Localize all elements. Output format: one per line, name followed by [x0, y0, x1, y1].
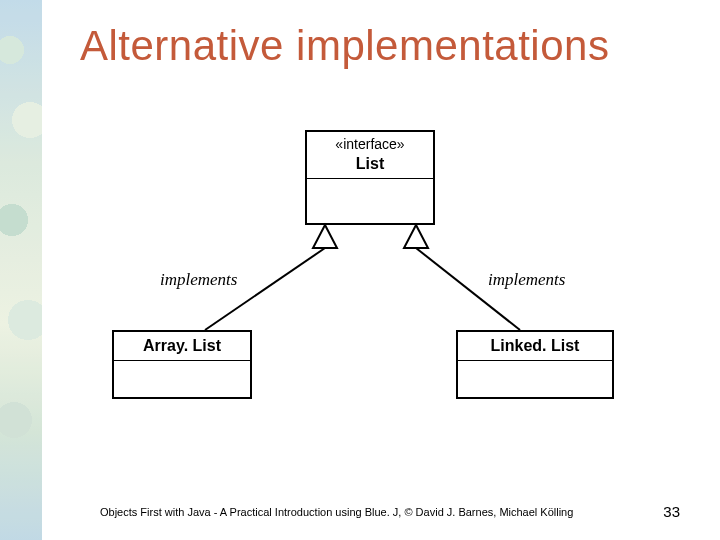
uml-box-header: Linked. List [458, 332, 612, 361]
uml-box-header: Array. List [114, 332, 250, 361]
class-name: Linked. List [491, 337, 580, 354]
slide-title: Alternative implementations [80, 22, 700, 70]
uml-box-body [458, 361, 612, 397]
implements-label-left: implements [160, 270, 237, 290]
implements-label-right: implements [488, 270, 565, 290]
uml-class-linkedlist: Linked. List [456, 330, 614, 399]
uml-box-body [307, 179, 433, 223]
decorative-left-stripe [0, 0, 42, 540]
interface-name: List [356, 155, 384, 172]
svg-marker-0 [313, 225, 337, 248]
uml-interface-list: «interface» List [305, 130, 435, 225]
uml-box-header: «interface» List [307, 132, 433, 179]
footer-citation: Objects First with Java - A Practical In… [100, 506, 573, 518]
uml-box-body [114, 361, 250, 397]
class-name: Array. List [143, 337, 221, 354]
stereotype-label: «interface» [315, 136, 425, 154]
slide: Alternative implementations «interface» … [0, 0, 720, 540]
svg-marker-2 [404, 225, 428, 248]
uml-diagram: «interface» List Array. List Linked. Lis… [100, 120, 640, 450]
uml-class-arraylist: Array. List [112, 330, 252, 399]
page-number: 33 [663, 503, 680, 520]
